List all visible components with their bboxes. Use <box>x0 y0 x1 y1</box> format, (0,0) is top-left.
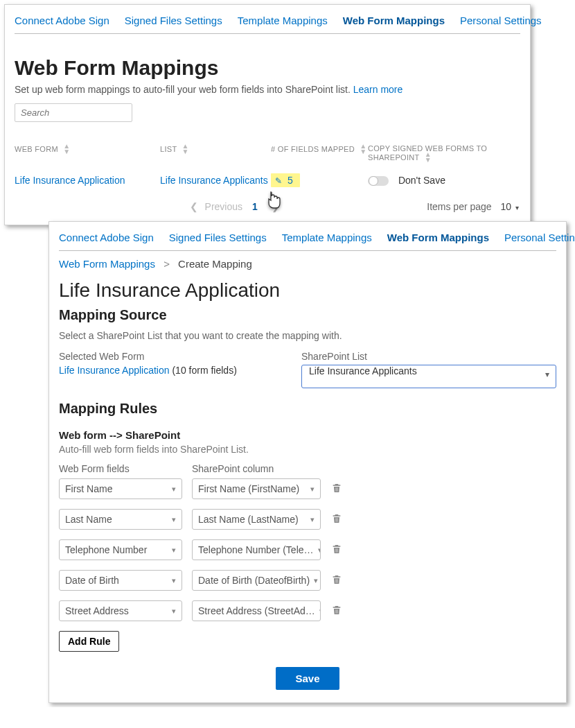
tab-web-form-mappings[interactable]: Web Form Mappings <box>387 232 489 243</box>
selected-web-form-count: (10 form fields) <box>172 365 236 376</box>
caret-down-icon: ▾ <box>172 607 176 616</box>
caret-down-icon: ▾ <box>310 515 315 524</box>
copy-toggle-label: Don't Save <box>398 175 445 186</box>
delete-rule-button[interactable] <box>330 574 343 587</box>
sharepoint-list-block: SharePoint List Life Insurance Applicant… <box>301 351 556 388</box>
trash-icon <box>331 576 342 587</box>
add-rule-button[interactable]: Add Rule <box>59 631 119 652</box>
trash-icon <box>331 485 342 496</box>
tab-template-mappings[interactable]: Template Mappings <box>238 15 328 26</box>
breadcrumb-current: Create Mapping <box>178 258 252 270</box>
web-form-field-select[interactable]: Street Address▾ <box>59 600 182 621</box>
trash-icon <box>331 607 342 618</box>
rule-row: Telephone Number▾Telephone Number (Tele…… <box>59 539 556 560</box>
rule-row: Date of Birth▾Date of Birth (DateofBirth… <box>59 570 556 591</box>
sort-icon: ▲▼ <box>425 152 432 163</box>
sort-icon: ▲▼ <box>63 144 70 155</box>
sharepoint-column-select[interactable]: Street Address (StreetAd…▾ <box>192 600 321 621</box>
caret-down-icon: ▾ <box>318 546 321 555</box>
caret-down-icon: ▾ <box>310 485 315 494</box>
mappings-list-panel: Connect Adobe Sign Signed Files Settings… <box>4 4 531 225</box>
mapping-source-help: Select a SharePoint List that you want t… <box>59 330 556 341</box>
cell-list-link[interactable]: Life Insurance Applicants <box>160 175 271 186</box>
caret-down-icon: ▾ <box>319 607 321 616</box>
tab-web-form-mappings[interactable]: Web Form Mappings <box>343 15 445 26</box>
top-nav-tabs: Connect Adobe Sign Signed Files Settings… <box>15 12 520 34</box>
save-button[interactable]: Save <box>276 667 339 690</box>
mapping-source-row: Selected Web Form Life Insurance Applica… <box>59 351 556 388</box>
previous-page-link[interactable]: Previous <box>205 201 242 212</box>
sharepoint-column-select[interactable]: Last Name (LastName)▾ <box>192 509 321 530</box>
web-form-field-select[interactable]: Date of Birth▾ <box>59 570 182 591</box>
breadcrumb: Web Form Mappings > Create Mapping <box>59 258 556 270</box>
chevron-left-icon[interactable]: ❮ <box>190 201 198 212</box>
trash-icon <box>331 546 342 557</box>
web-form-field-select[interactable]: Last Name▾ <box>59 509 182 530</box>
mapping-rules-hint: Auto-fill web form fields into SharePoin… <box>59 444 556 455</box>
page-title: Web Form Mappings <box>15 56 520 80</box>
sharepoint-list-label: SharePoint List <box>301 351 556 362</box>
create-mapping-panel: Connect Adobe Sign Signed Files Settings… <box>48 221 567 703</box>
selected-web-form-block: Selected Web Form Life Insurance Applica… <box>59 351 274 376</box>
top-nav-tabs: Connect Adobe Sign Signed Files Settings… <box>59 229 556 251</box>
items-per-page: Items per page 10 ▾ <box>427 201 520 212</box>
items-per-page-select[interactable]: 10 ▾ <box>499 201 520 212</box>
tab-connect-adobe-sign[interactable]: Connect Adobe Sign <box>15 15 109 26</box>
search-input[interactable] <box>15 103 132 122</box>
tab-template-mappings[interactable]: Template Mappings <box>282 232 372 243</box>
web-form-field-select[interactable]: Telephone Number▾ <box>59 539 182 560</box>
sharepoint-column-select[interactable]: Date of Birth (DateofBirth)▾ <box>192 570 321 591</box>
current-page-number[interactable]: 1 <box>252 201 258 212</box>
pencil-icon: ✎ <box>275 176 282 186</box>
col-header-list[interactable]: LIST ▲▼ <box>160 144 271 164</box>
edit-fields-count[interactable]: ✎ 5 <box>271 173 300 187</box>
sharepoint-column-select[interactable]: First Name (FirstName)▾ <box>192 478 321 499</box>
col-header-sharepoint-column: SharePoint column <box>192 463 321 474</box>
fields-count-value: 5 <box>288 175 293 186</box>
delete-rule-button[interactable] <box>330 544 343 557</box>
tab-personal-settings[interactable]: Personal Settings <box>460 15 542 26</box>
tab-signed-files-settings[interactable]: Signed Files Settings <box>169 232 267 243</box>
rules-list: First Name▾First Name (FirstName)▾Last N… <box>59 478 556 621</box>
mapping-source-heading: Mapping Source <box>59 307 556 323</box>
pagination-bar: ❮ Previous 1 ❯ Items per page 10 ▾ <box>15 201 520 212</box>
selected-web-form-label: Selected Web Form <box>59 351 274 362</box>
delete-rule-button[interactable] <box>330 605 343 618</box>
breadcrumb-root[interactable]: Web Form Mappings <box>59 258 155 270</box>
selected-web-form-link[interactable]: Life Insurance Application <box>59 365 170 376</box>
learn-more-link[interactable]: Learn more <box>353 84 403 95</box>
col-header-webform[interactable]: WEB FORM ▲▼ <box>15 144 160 164</box>
description-text: Set up web form mappings to auto-fill yo… <box>15 84 353 95</box>
caret-down-icon: ▾ <box>515 204 519 211</box>
rule-row: Street Address▾Street Address (StreetAd…… <box>59 600 556 621</box>
copy-toggle[interactable] <box>368 176 389 186</box>
sort-icon: ▲▼ <box>360 144 366 155</box>
delete-rule-button[interactable] <box>330 483 343 496</box>
items-per-page-label: Items per page <box>427 201 491 212</box>
caret-down-icon: ▾ <box>172 515 176 524</box>
tab-signed-files-settings[interactable]: Signed Files Settings <box>125 15 222 26</box>
table-row: Life Insurance Application Life Insuranc… <box>15 173 520 187</box>
sharepoint-list-select[interactable]: Life Insurance Applicants <box>301 365 556 388</box>
rule-columns-header: Web Form fields SharePoint column <box>59 463 556 474</box>
mapping-title: Life Insurance Application <box>59 279 556 302</box>
table-header-row: WEB FORM ▲▼ LIST ▲▼ # OF FIELDS MAPPED ▲… <box>15 144 520 164</box>
tab-personal-settings[interactable]: Personal Settings <box>504 232 575 243</box>
col-header-copy-to-sharepoint[interactable]: COPY SIGNED WEB FORMS TO SHAREPOINT ▲▼ <box>368 144 520 164</box>
caret-down-icon: ▾ <box>172 485 176 494</box>
col-header-webform-fields: Web Form fields <box>59 463 182 474</box>
sharepoint-column-select[interactable]: Telephone Number (Tele…▾ <box>192 539 321 560</box>
pagination-controls: ❮ Previous 1 ❯ <box>42 201 427 212</box>
delete-rule-button[interactable] <box>330 513 343 526</box>
cell-fields-mapped: ✎ 5 <box>271 173 368 187</box>
web-form-field-select[interactable]: First Name▾ <box>59 478 182 499</box>
tab-connect-adobe-sign[interactable]: Connect Adobe Sign <box>59 232 154 243</box>
cell-webform-link[interactable]: Life Insurance Application <box>15 175 160 186</box>
chevron-right-icon[interactable]: ❯ <box>272 201 280 212</box>
mapping-rules-subheading: Web form --> SharePoint <box>59 429 556 441</box>
caret-down-icon: ▾ <box>314 576 318 585</box>
rule-row: Last Name▾Last Name (LastName)▾ <box>59 509 556 530</box>
cell-copy-option: Don't Save <box>368 175 520 186</box>
col-header-fields-mapped[interactable]: # OF FIELDS MAPPED ▲▼ <box>271 144 368 164</box>
caret-down-icon: ▾ <box>172 546 176 555</box>
